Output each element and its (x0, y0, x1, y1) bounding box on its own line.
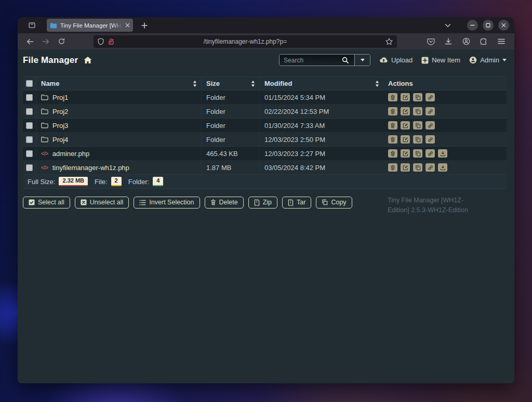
delete-icon[interactable] (388, 93, 397, 101)
sort-icon[interactable] (251, 81, 255, 87)
delete-button[interactable]: Delete (205, 197, 244, 209)
new-tab-button[interactable] (138, 19, 151, 32)
copy-icon[interactable] (413, 163, 422, 172)
tracking-protection-shield-icon[interactable] (98, 38, 104, 45)
table-row: </> tinyfilemanager-wh1z.php 1.87 MB 03/… (23, 161, 507, 175)
header-name[interactable]: Name (41, 80, 59, 87)
link-icon[interactable] (425, 149, 435, 158)
file-name-link[interactable]: Proj2 (52, 108, 68, 115)
summary-bar: Full Size: 2.32 MB File: 2 Folder: 4 (23, 175, 507, 189)
link-icon[interactable] (425, 93, 435, 101)
file-name-link[interactable]: Proj4 (52, 136, 68, 144)
delete-icon[interactable] (388, 107, 397, 115)
row-checkbox[interactable] (26, 122, 33, 129)
tar-label: Tar (297, 199, 305, 206)
rename-icon[interactable] (401, 149, 410, 158)
download-icon[interactable] (438, 149, 447, 158)
new-item-button[interactable]: New Item (421, 56, 460, 64)
row-checkbox[interactable] (26, 164, 33, 171)
copy-icon[interactable] (413, 135, 422, 144)
copy-icon[interactable] (413, 121, 422, 129)
download-icon[interactable] (438, 163, 447, 172)
browser-tab[interactable]: Tiny File Manager [WH1Z (47, 19, 133, 32)
row-checkbox[interactable] (26, 136, 33, 143)
window-minimize-button[interactable] (467, 20, 478, 31)
header-modified[interactable]: Modified (264, 80, 292, 87)
search-options-button[interactable] (355, 55, 370, 66)
url-bar[interactable]: /tinyfilemanager-wh1z.php?p= (94, 35, 397, 48)
forward-icon[interactable] (39, 35, 52, 48)
file-name-link[interactable]: Proj1 (52, 94, 68, 101)
file-size: 465.43 KB (206, 150, 238, 158)
list-all-tabs-icon[interactable] (445, 23, 451, 28)
rename-icon[interactable] (401, 121, 410, 129)
zip-button[interactable]: Zip (248, 197, 277, 209)
copy-icon[interactable] (413, 93, 422, 101)
folder-count-label: Folder: (128, 178, 149, 186)
row-checkbox[interactable] (26, 150, 33, 157)
header-size[interactable]: Size (206, 80, 220, 87)
home-icon[interactable] (84, 57, 92, 64)
delete-icon[interactable] (388, 149, 397, 158)
table-header-row: Name Size Modified Actions (23, 76, 507, 90)
rename-icon[interactable] (401, 107, 410, 115)
back-icon[interactable] (24, 35, 36, 48)
copy-icon[interactable] (413, 107, 422, 115)
insecure-lock-icon[interactable] (108, 38, 114, 45)
invert-selection-label: Invert Selection (149, 199, 194, 206)
window-close-button[interactable] (498, 20, 509, 31)
row-checkbox[interactable] (26, 108, 33, 115)
plus-square-icon (421, 57, 429, 64)
delete-icon[interactable] (388, 135, 397, 144)
tab-close-icon[interactable] (125, 23, 130, 28)
reload-icon[interactable] (55, 35, 68, 48)
firefox-view-icon[interactable] (25, 20, 38, 31)
file-size: Folder (206, 122, 225, 129)
link-icon[interactable] (425, 135, 435, 144)
sort-icon[interactable] (375, 81, 379, 87)
search-button[interactable] (336, 55, 355, 66)
bookmark-star-icon[interactable] (385, 38, 393, 45)
select-all-label: Select all (38, 199, 64, 206)
folder-icon (41, 122, 48, 128)
invert-selection-button[interactable]: Invert Selection (134, 197, 200, 209)
copy-button[interactable]: Copy (316, 197, 352, 209)
page-title: File Manager (23, 55, 78, 66)
upload-button[interactable]: Upload (379, 56, 413, 64)
file-size: Folder (206, 94, 225, 101)
select-all-checkbox[interactable] (26, 80, 33, 87)
file-manager-page: File Manager (18, 49, 514, 383)
tar-button[interactable]: Tar (282, 197, 311, 209)
window-maximize-button[interactable] (483, 20, 494, 31)
upload-label: Upload (391, 56, 413, 64)
copy-icon[interactable] (413, 149, 422, 158)
account-icon[interactable] (459, 35, 473, 48)
row-checkbox[interactable] (26, 94, 33, 101)
menu-hamburger-icon[interactable] (495, 35, 508, 48)
pocket-icon[interactable] (424, 35, 437, 48)
downloads-icon[interactable] (442, 35, 455, 48)
link-icon[interactable] (425, 107, 435, 115)
app-header: File Manager (18, 49, 514, 69)
admin-menu-button[interactable]: Admin (469, 56, 507, 64)
link-icon[interactable] (425, 121, 435, 129)
table-row: </> adminer.php 465.43 KB 12/03/2023 2:2… (23, 147, 507, 161)
rename-icon[interactable] (401, 93, 410, 101)
delete-icon[interactable] (388, 163, 397, 172)
file-name-link[interactable]: adminer.php (52, 150, 90, 158)
file-tar-icon (288, 199, 294, 206)
delete-label: Delete (219, 199, 238, 206)
link-icon[interactable] (425, 163, 435, 172)
rename-icon[interactable] (401, 163, 410, 172)
file-modified: 12/03/2023 2:27 PM (264, 150, 325, 158)
select-all-button[interactable]: Select all (23, 197, 70, 209)
file-name-link[interactable]: Proj3 (52, 122, 68, 129)
delete-icon[interactable] (388, 121, 397, 129)
file-size: 1.87 MB (206, 164, 231, 172)
file-name-link[interactable]: tinyfilemanager-wh1z.php (52, 164, 129, 172)
search-input[interactable] (280, 55, 336, 66)
unselect-all-button[interactable]: Unselect all (75, 197, 129, 209)
rename-icon[interactable] (401, 135, 410, 144)
sort-icon[interactable] (193, 81, 197, 87)
extensions-icon[interactable] (477, 35, 490, 48)
